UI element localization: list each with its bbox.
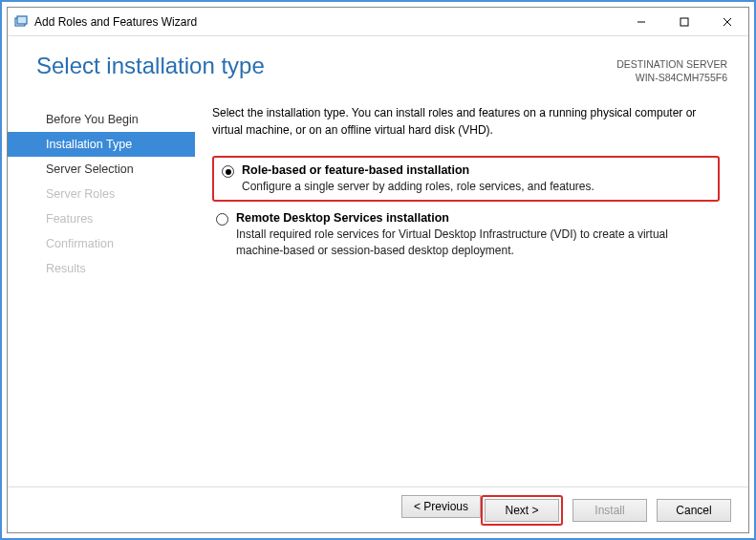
sidebar-item-installation-type[interactable]: Installation Type — [8, 132, 195, 157]
footer: < Previous Next > Install Cancel — [8, 486, 748, 532]
close-button[interactable] — [705, 8, 748, 35]
svg-rect-3 — [680, 18, 688, 26]
destination-meta: DESTINATION SERVER WIN-S84CMH755F6 — [616, 54, 727, 84]
option-label: Role-based or feature-based installation — [242, 163, 594, 177]
install-button: Install — [572, 499, 647, 522]
app-icon — [13, 14, 29, 30]
option-desc: Configure a single server by adding role… — [242, 179, 594, 194]
titlebar: Add Roles and Features Wizard — [8, 8, 748, 36]
cancel-button[interactable]: Cancel — [657, 499, 731, 522]
sidebar-item-before-you-begin[interactable]: Before You Begin — [8, 107, 195, 132]
previous-button[interactable]: < Previous — [401, 495, 481, 518]
sidebar-item-server-selection[interactable]: Server Selection — [8, 157, 195, 182]
option-desc: Install required role services for Virtu… — [236, 227, 714, 257]
radio-icon[interactable] — [222, 165, 234, 178]
page-title: Select installation type — [36, 54, 616, 78]
sidebar-item-confirmation: Confirmation — [8, 231, 195, 256]
option-role-based[interactable]: Role-based or feature-based installation… — [212, 156, 720, 202]
next-button-highlight: Next > — [481, 495, 563, 526]
destination-label: DESTINATION SERVER — [616, 57, 727, 71]
option-rds[interactable]: Remote Desktop Services installation Ins… — [212, 207, 720, 261]
minimize-button[interactable] — [619, 8, 662, 35]
window-title: Add Roles and Features Wizard — [34, 15, 619, 29]
intro-text: Select the installation type. You can in… — [212, 105, 720, 139]
next-button[interactable]: Next > — [485, 499, 559, 522]
sidebar-item-results: Results — [8, 256, 195, 281]
page-header: Select installation type DESTINATION SER… — [8, 36, 748, 88]
option-label: Remote Desktop Services installation — [236, 211, 714, 225]
window-controls — [619, 8, 748, 35]
maximize-button[interactable] — [662, 8, 705, 35]
svg-rect-1 — [17, 16, 27, 24]
sidebar: Before You Begin Installation Type Serve… — [8, 105, 195, 479]
destination-value: WIN-S84CMH755F6 — [616, 71, 727, 84]
sidebar-item-features: Features — [8, 206, 195, 231]
sidebar-item-server-roles: Server Roles — [8, 182, 195, 206]
radio-icon[interactable] — [216, 213, 228, 226]
main-content: Select the installation type. You can in… — [195, 105, 727, 479]
wizard-window: Add Roles and Features Wizard Select ins… — [7, 7, 749, 533]
